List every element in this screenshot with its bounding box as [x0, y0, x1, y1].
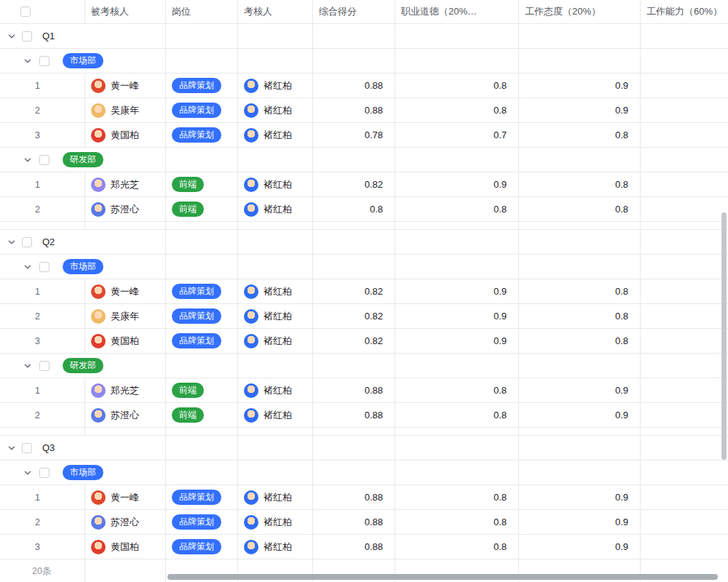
row-checkbox[interactable]	[39, 56, 50, 66]
assessor-name: 褚红柏	[264, 104, 292, 117]
chevron-down-icon[interactable]	[23, 263, 32, 271]
row-checkbox[interactable]	[39, 262, 50, 272]
empty-cell	[238, 24, 313, 48]
column-header-attitude[interactable]: 工作态度（20%）	[519, 0, 641, 23]
row-checkbox[interactable]	[39, 155, 50, 165]
attitude-score-cell: 0.9	[519, 378, 641, 402]
row-index: 1	[0, 73, 85, 97]
table-row[interactable]: 2吴康年品牌策划褚红柏0.880.80.9	[0, 98, 728, 123]
position-badge: 前端	[172, 177, 204, 192]
assessor-name: 褚红柏	[264, 310, 292, 323]
row-checkbox[interactable]	[22, 31, 32, 41]
column-header-assessor[interactable]: 考核人	[238, 0, 313, 23]
table-body: Q1市场部1黄一峰品牌策划褚红柏0.880.80.92吴康年品牌策划褚红柏0.8…	[0, 24, 728, 582]
position-badge: 品牌策划	[172, 514, 221, 530]
assessor-cell: 褚红柏	[238, 485, 313, 509]
empty-cell	[238, 436, 313, 460]
group-row[interactable]: Q2	[0, 230, 728, 255]
column-header-ethics[interactable]: 职业道德（20%…	[395, 0, 519, 23]
overall-score-cell: 0.82	[313, 329, 395, 353]
empty-cell	[395, 255, 519, 279]
select-all-checkbox[interactable]	[20, 7, 31, 17]
table-row[interactable]: 1郑光芝前端褚红柏0.880.80.9	[0, 378, 728, 403]
table-row[interactable]: 3黄国柏品牌策划褚红柏0.780.70.8	[0, 123, 728, 148]
position-cell: 品牌策划	[166, 535, 238, 559]
position-cell: 前端	[166, 197, 238, 221]
row-checkbox[interactable]	[39, 361, 50, 371]
group-row[interactable]: Q3	[0, 436, 728, 461]
person-name: 苏澄心	[111, 203, 139, 216]
assessor-cell: 褚红柏	[238, 329, 313, 353]
empty-cell	[395, 354, 519, 378]
subgroup-row[interactable]: 研发部	[0, 354, 728, 378]
table-row[interactable]: 2苏澄心前端褚红柏0.80.80.8	[0, 197, 728, 222]
chevron-down-icon[interactable]	[23, 57, 32, 65]
row-index: 3	[0, 329, 85, 353]
chevron-down-icon[interactable]	[23, 362, 32, 370]
row-index: 1	[0, 378, 85, 402]
table-row[interactable]: 2苏澄心前端褚红柏0.880.80.9	[0, 403, 728, 428]
empty-cell	[641, 148, 728, 172]
empty-cell	[519, 255, 641, 279]
column-header-ability[interactable]: 工作能力（60%）	[641, 0, 728, 23]
table-row[interactable]: 2苏澄心品牌策划褚红柏0.880.80.9	[0, 510, 728, 535]
ethics-score-cell: 0.8	[395, 197, 519, 221]
chevron-down-icon[interactable]	[7, 238, 16, 247]
ethics-score-cell: 0.9	[395, 279, 519, 303]
column-header-overall-score[interactable]: 综合得分	[313, 0, 395, 23]
row-checkbox[interactable]	[22, 237, 32, 247]
vertical-scrollbar-thumb[interactable]	[721, 212, 727, 460]
table-row[interactable]: 1黄一峰品牌策划褚红柏0.880.80.9	[0, 485, 728, 510]
ability-score-cell	[641, 403, 728, 427]
table-row[interactable]: 3黄国柏品牌策划褚红柏0.880.80.9	[0, 535, 728, 559]
attitude-score-cell: 0.8	[519, 123, 641, 147]
chevron-down-icon[interactable]	[23, 469, 32, 477]
position-badge: 前端	[172, 407, 204, 423]
column-header-position[interactable]: 岗位	[166, 0, 238, 23]
table-row[interactable]: 2吴康年品牌策划褚红柏0.820.90.8	[0, 304, 728, 329]
chevron-down-icon[interactable]	[7, 444, 16, 453]
horizontal-scrollbar-thumb[interactable]	[167, 574, 718, 580]
group-cell: Q2	[0, 230, 166, 254]
empty-cell	[238, 148, 313, 172]
subgroup-row[interactable]: 研发部	[0, 148, 728, 172]
position-badge: 品牌策划	[172, 539, 221, 554]
ability-score-cell	[641, 510, 728, 534]
empty-cell	[395, 461, 519, 485]
ethics-score-cell: 0.8	[395, 485, 519, 509]
empty-cell	[519, 222, 641, 229]
empty-cell	[85, 428, 166, 435]
subgroup-row[interactable]: 市场部	[0, 49, 728, 73]
assessor-cell: 褚红柏	[238, 197, 313, 221]
person-name: 黄国柏	[111, 335, 139, 348]
empty-cell	[238, 222, 313, 229]
person-name: 郑光芝	[111, 384, 139, 397]
subgroup-row[interactable]: 市场部	[0, 461, 728, 485]
assessor-cell: 褚红柏	[238, 535, 313, 559]
column-header-person[interactable]: 被考核人	[85, 0, 166, 23]
table-row[interactable]: 3黄国柏品牌策划褚红柏0.820.90.8	[0, 329, 728, 354]
table-row[interactable]: 1郑光芝前端褚红柏0.820.90.8	[0, 172, 728, 197]
chevron-down-icon[interactable]	[23, 156, 32, 164]
assessor-name: 褚红柏	[264, 491, 292, 504]
subgroup-row[interactable]: 市场部	[0, 255, 728, 279]
ability-score-cell	[641, 123, 728, 147]
position-cell: 前端	[166, 172, 238, 196]
assessor-cell: 褚红柏	[238, 378, 313, 402]
person-name: 黄国柏	[111, 129, 139, 142]
row-checkbox[interactable]	[39, 468, 50, 478]
attitude-score-cell: 0.8	[519, 172, 641, 196]
empty-cell	[313, 49, 395, 73]
subgroup-cell: 研发部	[0, 354, 166, 378]
person-cell: 黄国柏	[85, 535, 166, 559]
group-row[interactable]: Q1	[0, 24, 728, 49]
table-row[interactable]: 1黄一峰品牌策划褚红柏0.880.80.9	[0, 73, 728, 98]
chevron-down-icon[interactable]	[7, 32, 16, 41]
table-row[interactable]: 1黄一峰品牌策划褚红柏0.820.90.8	[0, 279, 728, 304]
group-spacer-row	[0, 428, 728, 436]
empty-cell	[641, 24, 728, 48]
avatar	[91, 408, 106, 423]
row-checkbox[interactable]	[22, 443, 32, 453]
ability-score-cell	[641, 172, 728, 196]
empty-cell	[313, 436, 395, 460]
